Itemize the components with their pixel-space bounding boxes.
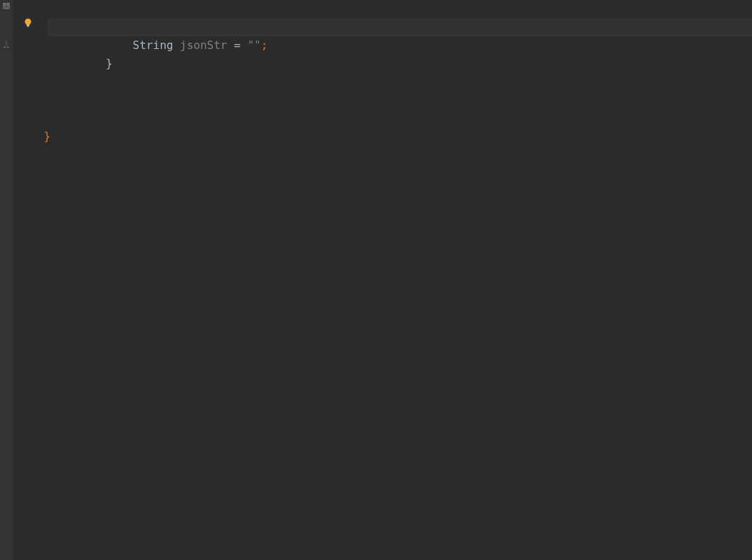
code-line-current[interactable]: String jsonStr = ""; [48,18,752,36]
fold-toggle-icon[interactable] [0,0,13,13]
code-editor[interactable]: public void testTwo() throws Exception {… [48,0,752,560]
code-line[interactable]: public void testTwo() throws Exception { [48,0,752,18]
code-line[interactable]: } [17,109,752,127]
svg-rect-5 [27,24,29,27]
svg-point-4 [25,19,32,25]
editor-gutter [0,0,13,560]
code-line-empty[interactable] [48,91,752,109]
code-line-empty[interactable] [48,55,752,73]
code-line[interactable]: } [48,36,752,55]
code-line-empty[interactable] [48,73,752,91]
lightbulb-icon[interactable] [23,17,34,28]
close-brace: } [44,130,51,143]
annotation-column [13,0,48,560]
fold-end-icon[interactable] [0,38,13,50]
svg-rect-6 [27,27,29,27]
